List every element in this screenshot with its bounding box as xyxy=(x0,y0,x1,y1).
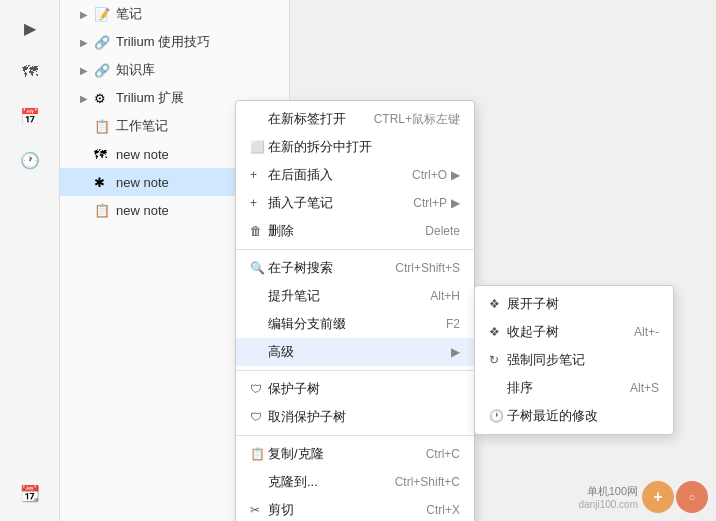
menu-label-cut: 剪切 xyxy=(268,501,418,519)
menu-item-promote-note[interactable]: 提升笔记 Alt+H xyxy=(236,282,474,310)
menu-label-open-new-tab: 在新标签打开 xyxy=(268,110,366,128)
insert-child-icon: + xyxy=(250,196,268,210)
recent-icon: 🕐 xyxy=(489,409,507,423)
menu-label-edit-branch: 编辑分支前缀 xyxy=(268,315,438,333)
collapse-icon: ❖ xyxy=(489,325,507,339)
work-notes-label: 工作笔记 xyxy=(116,117,168,135)
menu-label-protect-tree: 保护子树 xyxy=(268,380,460,398)
unprotect-icon: 🛡 xyxy=(250,410,268,424)
sub-menu-item-recent-changes[interactable]: 🕐 子树最近的修改 xyxy=(475,402,673,430)
work-notes-icon: 📋 xyxy=(94,119,112,134)
chevron-icon: ▶ xyxy=(80,37,94,48)
menu-item-protect-tree[interactable]: 🛡 保护子树 xyxy=(236,375,474,403)
sidebar-calendar-icon[interactable]: 📅 xyxy=(12,98,48,134)
insert-after-icon: + xyxy=(250,168,268,182)
trilium-tips-label: Trilium 使用技巧 xyxy=(116,33,210,51)
menu-label-promote: 提升笔记 xyxy=(268,287,422,305)
menu-item-cut[interactable]: ✂ 剪切 Ctrl+X xyxy=(236,496,474,521)
new-note-2-icon: ✱ xyxy=(94,175,112,190)
sub-menu-label-force-sync: 强制同步笔记 xyxy=(507,351,659,369)
menu-item-unprotect-tree[interactable]: 🛡 取消保护子树 xyxy=(236,403,474,431)
divider-3 xyxy=(236,435,474,436)
sub-menu-item-collapse[interactable]: ❖ 收起子树 Alt+- xyxy=(475,318,673,346)
trilium-tips-icon: 🔗 xyxy=(94,35,112,50)
sub-menu-label-sort: 排序 xyxy=(507,379,630,397)
sidebar-calendar-plus-icon[interactable]: 📆 xyxy=(12,475,48,511)
sub-menu-item-expand[interactable]: ❖ 展开子树 xyxy=(475,290,673,318)
new-note-1-icon: 🗺 xyxy=(94,147,112,162)
divider-2 xyxy=(236,370,474,371)
menu-item-open-split[interactable]: ⬜ 在新的拆分中打开 xyxy=(236,133,474,161)
new-note-3-label: new note xyxy=(116,203,169,218)
chevron-icon: ▶ xyxy=(80,65,94,76)
menu-item-search-tree[interactable]: 🔍 在子树搜索 Ctrl+Shift+S xyxy=(236,254,474,282)
sidebar-map-icon[interactable]: 🗺 xyxy=(12,54,48,90)
search-icon: 🔍 xyxy=(250,261,268,275)
chevron-icon: ▶ xyxy=(80,9,94,20)
menu-shortcut-clone-to: Ctrl+Shift+C xyxy=(395,475,460,489)
sub-menu-item-force-sync[interactable]: ↻ 强制同步笔记 xyxy=(475,346,673,374)
sub-menu-label-recent-changes: 子树最近的修改 xyxy=(507,407,659,425)
menu-item-advanced[interactable]: 高级 ▶ xyxy=(236,338,474,366)
new-note-3-icon: 📋 xyxy=(94,203,112,218)
menu-label-advanced: 高级 xyxy=(268,343,447,361)
menu-item-edit-branch[interactable]: 编辑分支前缀 F2 xyxy=(236,310,474,338)
menu-item-open-new-tab[interactable]: 在新标签打开 CTRL+鼠标左键 xyxy=(236,105,474,133)
menu-shortcut-edit-branch: F2 xyxy=(446,317,460,331)
notes-label: 笔记 xyxy=(116,5,142,23)
menu-item-insert-after[interactable]: + 在后面插入 Ctrl+O ▶ xyxy=(236,161,474,189)
divider-1 xyxy=(236,249,474,250)
menu-shortcut-cut: Ctrl+X xyxy=(426,503,460,517)
arrow-icon: ▶ xyxy=(451,345,460,359)
protect-icon: 🛡 xyxy=(250,382,268,396)
menu-item-copy-clone[interactable]: 📋 复制/克隆 Ctrl+C xyxy=(236,440,474,468)
chevron-icon: ▶ xyxy=(80,93,94,104)
menu-label-unprotect-tree: 取消保护子树 xyxy=(268,408,460,426)
watermark-logo-left: + xyxy=(642,481,674,513)
watermark-site: 单机100网 xyxy=(579,484,638,499)
copy-icon: 📋 xyxy=(250,447,268,461)
menu-shortcut-open-new-tab: CTRL+鼠标左键 xyxy=(374,111,460,128)
sidebar-clock-icon[interactable]: 🕐 xyxy=(12,142,48,178)
new-note-1-label: new note xyxy=(116,147,169,162)
menu-item-delete[interactable]: 🗑 删除 Delete xyxy=(236,217,474,245)
notes-icon: 📝 xyxy=(94,7,112,22)
menu-label-delete: 删除 xyxy=(268,222,417,240)
context-menu: 在新标签打开 CTRL+鼠标左键 ⬜ 在新的拆分中打开 + 在后面插入 Ctrl… xyxy=(235,100,475,521)
menu-shortcut-promote: Alt+H xyxy=(430,289,460,303)
sub-menu-shortcut-collapse: Alt+- xyxy=(634,325,659,339)
menu-label-clone-to: 克隆到... xyxy=(268,473,387,491)
sync-icon: ↻ xyxy=(489,353,507,367)
menu-label-insert-after: 在后面插入 xyxy=(268,166,404,184)
sub-menu-shortcut-sort: Alt+S xyxy=(630,381,659,395)
tree-item-knowledge-base[interactable]: ▶ 🔗 知识库 xyxy=(60,56,289,84)
cut-icon: ✂ xyxy=(250,503,268,517)
sub-menu-label-collapse: 收起子树 xyxy=(507,323,634,341)
expand-icon: ❖ xyxy=(489,297,507,311)
menu-shortcut-search-tree: Ctrl+Shift+S xyxy=(395,261,460,275)
menu-item-insert-child[interactable]: + 插入子笔记 Ctrl+P ▶ xyxy=(236,189,474,217)
menu-shortcut-copy-clone: Ctrl+C xyxy=(426,447,460,461)
watermark: 单机100网 danji100.com + ○ xyxy=(579,481,708,513)
menu-shortcut-insert-child: Ctrl+P xyxy=(413,196,447,210)
new-note-2-label: new note xyxy=(116,175,169,190)
sub-menu-label-expand: 展开子树 xyxy=(507,295,659,313)
tree-item-trilium-tips[interactable]: ▶ 🔗 Trilium 使用技巧 xyxy=(60,28,289,56)
sidebar-arrow-icon[interactable]: ▶ xyxy=(12,10,48,46)
menu-label-insert-child: 插入子笔记 xyxy=(268,194,405,212)
menu-label-search-tree: 在子树搜索 xyxy=(268,259,387,277)
menu-item-clone-to[interactable]: 克隆到... Ctrl+Shift+C xyxy=(236,468,474,496)
delete-icon: 🗑 xyxy=(250,224,268,238)
trilium-ext-icon: ⚙ xyxy=(94,91,112,106)
sub-context-menu: ❖ 展开子树 ❖ 收起子树 Alt+- ↻ 强制同步笔记 排序 Alt+S 🕐 … xyxy=(474,285,674,435)
knowledge-base-label: 知识库 xyxy=(116,61,155,79)
sub-menu-item-sort[interactable]: 排序 Alt+S xyxy=(475,374,673,402)
watermark-url: danji100.com xyxy=(579,499,638,510)
menu-shortcut-insert-after: Ctrl+O xyxy=(412,168,447,182)
menu-label-open-split: 在新的拆分中打开 xyxy=(268,138,460,156)
tree-item-notes[interactable]: ▶ 📝 笔记 xyxy=(60,0,289,28)
sidebar: ▶ 🗺 📅 🕐 📆 xyxy=(0,0,60,521)
menu-label-copy-clone: 复制/克隆 xyxy=(268,445,418,463)
knowledge-base-icon: 🔗 xyxy=(94,63,112,78)
arrow-icon: ▶ xyxy=(451,196,460,210)
